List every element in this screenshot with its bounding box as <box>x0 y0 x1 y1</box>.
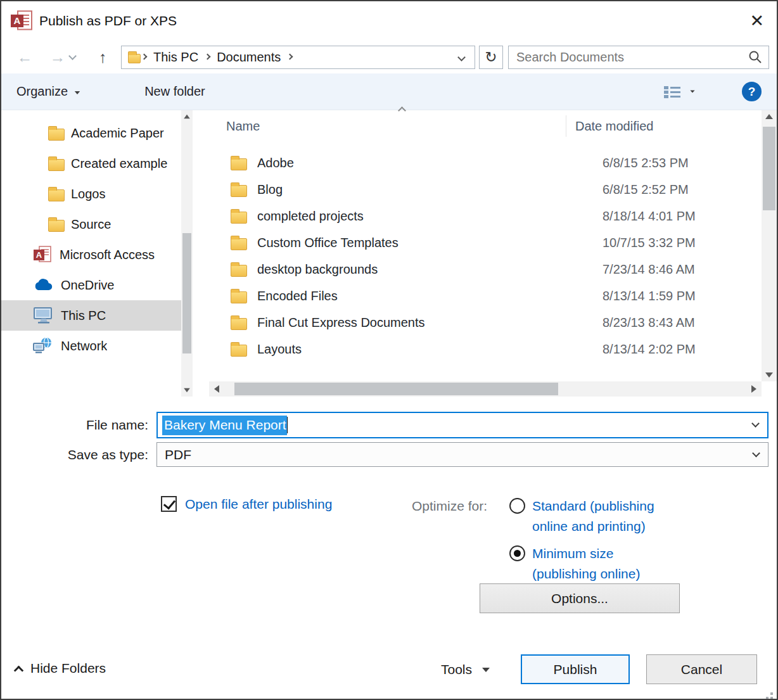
address-dropdown-icon[interactable] <box>457 53 466 61</box>
sidebar-scrollbar-thumb[interactable] <box>182 233 191 353</box>
view-options-caret-icon[interactable] <box>690 90 694 92</box>
column-header-name[interactable]: Name <box>193 115 566 137</box>
search-box <box>508 46 769 69</box>
file-name-value: Bakery Menu Report <box>162 416 287 435</box>
sidebar-scrollbar[interactable] <box>181 110 193 397</box>
scroll-up-icon[interactable] <box>762 110 777 123</box>
sidebar-item-label: Microsoft Access <box>60 248 155 262</box>
tools-caret-icon <box>482 668 490 672</box>
sidebar-item-label: This PC <box>61 309 106 323</box>
organize-menu-button[interactable]: Organize <box>16 84 81 99</box>
file-rows: Adobe 6/8/15 2:53 PM Blog 6/8/15 2:52 PM… <box>193 150 762 362</box>
scroll-up-icon[interactable] <box>181 110 193 123</box>
file-row-custom-office-templates[interactable]: Custom Office Templates 10/7/15 3:32 PM <box>193 229 762 256</box>
sidebar-item-this-pc[interactable]: This PC <box>1 300 181 331</box>
sidebar-item-source[interactable]: Source <box>1 209 181 239</box>
hide-folders-label: Hide Folders <box>30 661 106 676</box>
scroll-down-icon[interactable] <box>181 384 193 397</box>
help-icon[interactable]: ? <box>742 82 762 101</box>
publish-as-pdf-dialog: A Publish as PDF or XPS ✕ ← → ↑ This PC … <box>0 0 778 700</box>
file-row-encoded-files[interactable]: Encoded Files 8/13/14 1:59 PM <box>193 283 762 309</box>
file-row-layouts[interactable]: Layouts 8/13/14 2:02 PM <box>193 336 762 362</box>
sidebar-item-academic-paper[interactable]: Academic Paper <box>1 118 181 148</box>
file-list-scrollbar-thumb[interactable] <box>763 127 775 210</box>
file-row-desktop-backgrounds[interactable]: desktop backgrounds 7/23/14 8:46 AM <box>193 256 762 283</box>
scroll-down-icon[interactable] <box>762 369 777 381</box>
file-date-modified: 10/7/15 3:32 PM <box>594 236 696 250</box>
optimize-standard-option[interactable]: Standard (publishing online and printing… <box>509 496 669 536</box>
history-dropdown-icon[interactable] <box>68 52 77 60</box>
navigation-bar: ← → ↑ This PC Documents ↻ <box>1 41 777 73</box>
sidebar-item-network[interactable]: Network <box>1 331 181 361</box>
open-file-checkbox-label[interactable]: Open file after publishing <box>185 497 332 512</box>
options-button[interactable]: Options... <box>480 583 680 613</box>
file-list-vertical-scrollbar[interactable] <box>762 110 777 381</box>
folder-icon <box>231 318 247 330</box>
collapse-icon <box>14 665 24 675</box>
breadcrumb: This PC Documents <box>121 46 475 69</box>
horizontal-scrollbar-thumb[interactable] <box>234 383 558 395</box>
save-as-type-select[interactable]: PDF <box>156 442 768 467</box>
optimize-minimum-size-option[interactable]: Minimum size (publishing online) <box>509 544 669 583</box>
sidebar-item-logos[interactable]: Logos <box>1 179 181 209</box>
horizontal-scroll-track[interactable] <box>209 381 762 397</box>
hide-folders-button[interactable]: Hide Folders <box>15 661 106 676</box>
close-icon[interactable]: ✕ <box>749 13 764 30</box>
open-file-checkbox[interactable] <box>161 496 177 512</box>
breadcrumb-chevron-icon[interactable] <box>205 53 211 60</box>
column-header-date-modified[interactable]: Date modified <box>566 119 653 134</box>
minimum-size-radio-label[interactable]: Minimum size (publishing online) <box>532 544 669 583</box>
breadcrumb-chevron-icon[interactable] <box>287 53 293 60</box>
new-folder-button[interactable]: New folder <box>144 84 205 99</box>
resize-grip[interactable] <box>770 692 773 695</box>
folder-icon <box>231 345 247 357</box>
up-button[interactable]: ↑ <box>92 49 113 65</box>
cancel-button[interactable]: Cancel <box>646 654 757 684</box>
sidebar-item-created-example[interactable]: Created example <box>1 148 181 179</box>
save-as-type-dropdown-icon[interactable] <box>752 449 760 457</box>
scroll-left-icon[interactable] <box>209 381 224 397</box>
network-icon <box>33 337 53 355</box>
tools-label: Tools <box>441 662 472 677</box>
tools-menu-button[interactable]: Tools <box>441 662 490 677</box>
standard-radio-label[interactable]: Standard (publishing online and printing… <box>532 496 669 536</box>
forward-button[interactable]: → <box>47 49 68 65</box>
file-row-final-cut-express-documents[interactable]: Final Cut Express Documents 8/23/13 8:43… <box>193 309 762 336</box>
minimum-size-radio[interactable] <box>509 545 525 561</box>
breadcrumb-this-pc[interactable]: This PC <box>148 50 204 65</box>
file-row-completed-projects[interactable]: completed projects 8/18/14 4:01 PM <box>193 203 762 229</box>
folder-icon <box>231 212 247 224</box>
file-name-dropdown-icon[interactable] <box>751 419 760 428</box>
change-view-icon[interactable] <box>663 84 681 99</box>
browser-body: Academic Paper Created example Logos Sou… <box>1 110 777 397</box>
search-input[interactable] <box>516 50 748 65</box>
file-row-adobe[interactable]: Adobe 6/8/15 2:53 PM <box>193 150 762 176</box>
standard-radio[interactable] <box>509 498 525 514</box>
dialog-footer: Hide Folders Tools Publish Cancel <box>1 654 777 685</box>
file-name: completed projects <box>257 209 594 224</box>
publish-button[interactable]: Publish <box>521 654 630 684</box>
file-list: Name Date modified Adobe 6/8/15 2:53 PM <box>193 110 762 381</box>
file-date-modified: 8/13/14 1:59 PM <box>594 289 696 303</box>
folder-icon <box>48 129 65 141</box>
folder-tree-sidebar: Academic Paper Created example Logos Sou… <box>1 110 181 397</box>
back-button[interactable]: ← <box>14 49 35 65</box>
scroll-right-icon[interactable] <box>746 381 762 397</box>
file-list-horizontal-scrollbar <box>193 381 777 397</box>
sidebar-item-microsoft-access[interactable]: A Microsoft Access <box>1 239 181 270</box>
file-list-pane: Name Date modified Adobe 6/8/15 2:53 PM <box>193 110 777 397</box>
publish-options-area: Open file after publishing Optimize for:… <box>1 471 777 630</box>
save-as-type-value: PDF <box>165 447 191 462</box>
breadcrumb-documents[interactable]: Documents <box>211 50 286 65</box>
folder-icon <box>48 159 65 171</box>
file-name-input[interactable]: Bakery Menu Report <box>156 412 768 438</box>
sidebar-item-onedrive[interactable]: OneDrive <box>1 270 181 300</box>
access-app-icon: A <box>10 10 33 32</box>
file-date-modified: 6/8/15 2:53 PM <box>594 156 689 170</box>
title-bar: A Publish as PDF or XPS ✕ <box>1 1 777 41</box>
breadcrumb-chevron-icon[interactable] <box>141 53 148 60</box>
file-row-blog[interactable]: Blog 6/8/15 2:52 PM <box>193 176 762 203</box>
refresh-button[interactable]: ↻ <box>479 46 503 69</box>
sidebar-item-label: Academic Paper <box>71 126 164 141</box>
file-name: Custom Office Templates <box>257 236 594 250</box>
